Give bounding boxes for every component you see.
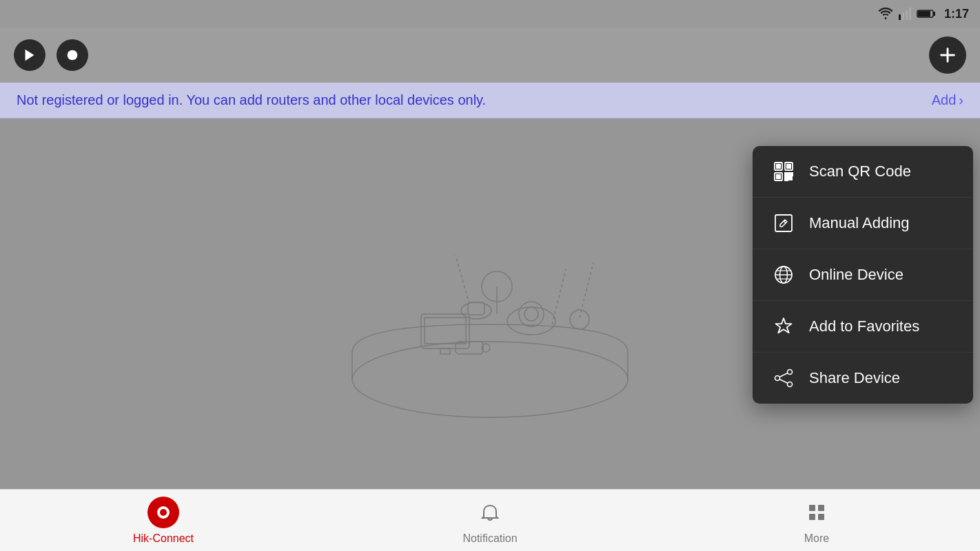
edit-icon — [772, 211, 795, 235]
star-icon — [772, 315, 795, 338]
menu-item-share-device[interactable]: Share Device — [753, 353, 973, 404]
svg-rect-1 — [902, 12, 904, 20]
svg-line-48 — [779, 380, 787, 383]
more-icon — [801, 497, 833, 528]
play-button[interactable] — [14, 39, 45, 71]
svg-rect-50 — [818, 505, 824, 511]
status-bar: 1:17 — [0, 0, 980, 28]
svg-rect-35 — [785, 178, 788, 180]
nav-label-hik-connect: Hik-Connect — [133, 532, 194, 545]
nav-label-more: More — [804, 532, 829, 545]
svg-rect-33 — [785, 173, 788, 176]
menu-item-manual-adding[interactable]: Manual Adding — [753, 198, 973, 249]
menu-label-manual-adding: Manual Adding — [809, 214, 910, 232]
battery-icon — [917, 9, 936, 19]
hik-connect-icon — [147, 497, 179, 528]
globe-icon — [772, 263, 795, 287]
menu-label-add-to-favorites: Add to Favorites — [809, 318, 919, 335]
menu-item-add-to-favorites[interactable]: Add to Favorites — [753, 301, 973, 353]
toolbar — [0, 28, 980, 83]
menu-item-scan-qr[interactable]: Scan QR Code — [753, 146, 973, 198]
svg-rect-52 — [818, 514, 824, 520]
svg-rect-28 — [777, 165, 780, 168]
status-time: 1:17 — [944, 7, 969, 21]
menu-label-online-device: Online Device — [809, 266, 904, 284]
nav-item-more[interactable]: More — [653, 497, 980, 545]
notification-banner: Not registered or logged in. You can add… — [0, 83, 980, 118]
svg-rect-37 — [775, 215, 792, 231]
signal-icon — [899, 8, 911, 20]
svg-rect-34 — [790, 173, 793, 176]
svg-point-8 — [68, 50, 78, 61]
dropdown-menu: Scan QR Code Manual Adding — [753, 146, 973, 404]
svg-marker-7 — [25, 50, 34, 61]
add-button[interactable] — [929, 37, 966, 74]
record-button[interactable] — [57, 39, 88, 71]
svg-rect-36 — [789, 177, 792, 180]
svg-point-46 — [788, 382, 793, 387]
svg-point-44 — [788, 370, 793, 375]
svg-rect-6 — [918, 11, 930, 17]
share-icon — [772, 366, 795, 390]
svg-rect-32 — [777, 175, 780, 178]
menu-item-online-device[interactable]: Online Device — [753, 249, 973, 301]
svg-rect-51 — [809, 514, 815, 520]
svg-rect-3 — [909, 8, 911, 20]
svg-rect-30 — [787, 165, 790, 168]
nav-item-hik-connect[interactable]: Hik-Connect — [0, 497, 327, 545]
svg-rect-0 — [899, 14, 901, 20]
svg-rect-49 — [809, 505, 815, 511]
nav-item-notification[interactable]: Notification — [327, 497, 653, 545]
bottom-nav: Hik-Connect Notification More — [0, 489, 980, 551]
banner-message: Not registered or logged in. You can add… — [17, 92, 486, 108]
svg-line-38 — [784, 221, 786, 223]
svg-line-47 — [779, 373, 787, 377]
menu-label-share-device: Share Device — [809, 369, 900, 387]
svg-point-45 — [775, 376, 780, 381]
main-content: Scan QR Code Manual Adding — [0, 118, 980, 489]
menu-label-scan-qr: Scan QR Code — [809, 163, 911, 180]
svg-rect-2 — [906, 10, 908, 20]
notification-icon — [474, 497, 506, 528]
wifi-icon — [878, 8, 893, 20]
qr-code-icon — [772, 160, 795, 183]
svg-rect-5 — [933, 12, 935, 16]
nav-label-notification: Notification — [462, 532, 517, 545]
banner-add[interactable]: Add › — [932, 92, 963, 108]
